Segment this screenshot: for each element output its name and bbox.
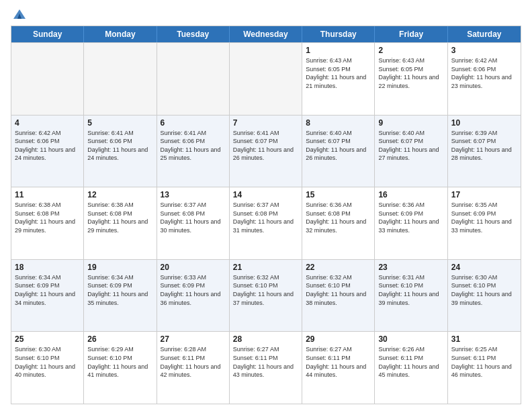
calendar-cell: 28Sunrise: 6:27 AMSunset: 6:11 PMDayligh… (230, 332, 302, 404)
day-info: Sunrise: 6:25 AMSunset: 6:11 PMDaylight:… (451, 345, 517, 379)
logo-icon (12, 7, 27, 21)
day-info: Sunrise: 6:30 AMSunset: 6:10 PMDaylight:… (451, 273, 517, 307)
calendar-cell: 2Sunrise: 6:43 AMSunset: 6:05 PMDaylight… (375, 43, 447, 115)
logo (11, 9, 27, 21)
day-info: Sunrise: 6:32 AMSunset: 6:10 PMDaylight:… (233, 273, 298, 307)
day-info: Sunrise: 6:39 AMSunset: 6:07 PMDaylight:… (451, 129, 517, 163)
calendar-cell (157, 43, 230, 115)
calendar-cell: 1Sunrise: 6:43 AMSunset: 6:05 PMDaylight… (302, 43, 375, 115)
day-info: Sunrise: 6:38 AMSunset: 6:08 PMDaylight:… (15, 201, 80, 234)
day-number: 27 (161, 334, 226, 344)
day-number: 6 (161, 118, 226, 128)
calendar: SundayMondayTuesdayWednesdayThursdayFrid… (11, 26, 521, 404)
header-day: Tuesday (157, 26, 230, 42)
day-info: Sunrise: 6:41 AMSunset: 6:06 PMDaylight:… (161, 129, 226, 163)
day-info: Sunrise: 6:26 AMSunset: 6:11 PMDaylight:… (378, 345, 443, 379)
calendar-cell: 17Sunrise: 6:35 AMSunset: 6:09 PMDayligh… (448, 187, 521, 259)
day-number: 11 (15, 190, 80, 199)
calendar-cell (84, 43, 157, 115)
calendar-cell: 3Sunrise: 6:42 AMSunset: 6:06 PMDaylight… (448, 43, 521, 115)
day-number: 17 (451, 190, 517, 199)
calendar-cell: 11Sunrise: 6:38 AMSunset: 6:08 PMDayligh… (11, 187, 84, 259)
day-info: Sunrise: 6:38 AMSunset: 6:08 PMDaylight:… (87, 201, 152, 234)
calendar-header: SundayMondayTuesdayWednesdayThursdayFrid… (11, 26, 521, 42)
day-number: 3 (451, 46, 517, 55)
header-day: Monday (84, 26, 157, 42)
day-info: Sunrise: 6:30 AMSunset: 6:10 PMDaylight:… (15, 345, 80, 379)
calendar-cell: 27Sunrise: 6:28 AMSunset: 6:11 PMDayligh… (157, 332, 230, 404)
calendar-cell: 22Sunrise: 6:32 AMSunset: 6:10 PMDayligh… (302, 260, 375, 332)
calendar-cell: 24Sunrise: 6:30 AMSunset: 6:10 PMDayligh… (448, 260, 521, 332)
day-info: Sunrise: 6:34 AMSunset: 6:09 PMDaylight:… (15, 273, 80, 307)
calendar-cell: 16Sunrise: 6:36 AMSunset: 6:09 PMDayligh… (375, 187, 447, 259)
calendar-cell: 19Sunrise: 6:34 AMSunset: 6:09 PMDayligh… (84, 260, 157, 332)
day-number: 4 (15, 118, 80, 128)
calendar-cell: 23Sunrise: 6:31 AMSunset: 6:10 PMDayligh… (375, 260, 447, 332)
calendar-row: 4Sunrise: 6:42 AMSunset: 6:06 PMDaylight… (11, 115, 521, 187)
day-info: Sunrise: 6:27 AMSunset: 6:11 PMDaylight:… (233, 345, 298, 379)
day-info: Sunrise: 6:41 AMSunset: 6:07 PMDaylight:… (233, 129, 298, 163)
calendar-cell: 15Sunrise: 6:36 AMSunset: 6:08 PMDayligh… (302, 187, 375, 259)
day-info: Sunrise: 6:33 AMSunset: 6:09 PMDaylight:… (161, 273, 226, 307)
calendar-cell: 13Sunrise: 6:37 AMSunset: 6:08 PMDayligh… (157, 187, 230, 259)
calendar-cell (230, 43, 302, 115)
calendar-cell: 26Sunrise: 6:29 AMSunset: 6:10 PMDayligh… (84, 332, 157, 404)
day-info: Sunrise: 6:32 AMSunset: 6:10 PMDaylight:… (306, 273, 371, 307)
calendar-cell: 10Sunrise: 6:39 AMSunset: 6:07 PMDayligh… (448, 116, 521, 187)
day-number: 26 (87, 334, 152, 344)
day-number: 24 (451, 263, 517, 272)
day-number: 23 (378, 263, 443, 272)
day-info: Sunrise: 6:42 AMSunset: 6:06 PMDaylight:… (451, 56, 517, 90)
calendar-cell: 9Sunrise: 6:40 AMSunset: 6:07 PMDaylight… (375, 116, 447, 187)
calendar-cell: 29Sunrise: 6:27 AMSunset: 6:11 PMDayligh… (302, 332, 375, 404)
header-day: Friday (375, 26, 447, 42)
calendar-cell: 14Sunrise: 6:37 AMSunset: 6:08 PMDayligh… (230, 187, 302, 259)
day-info: Sunrise: 6:41 AMSunset: 6:06 PMDaylight:… (87, 129, 152, 163)
day-number: 19 (87, 263, 152, 272)
calendar-cell: 31Sunrise: 6:25 AMSunset: 6:11 PMDayligh… (448, 332, 521, 404)
day-info: Sunrise: 6:37 AMSunset: 6:08 PMDaylight:… (161, 201, 226, 234)
calendar-cell: 18Sunrise: 6:34 AMSunset: 6:09 PMDayligh… (11, 260, 84, 332)
calendar-cell (11, 43, 84, 115)
day-info: Sunrise: 6:31 AMSunset: 6:10 PMDaylight:… (378, 273, 443, 307)
calendar-cell: 30Sunrise: 6:26 AMSunset: 6:11 PMDayligh… (375, 332, 447, 404)
day-number: 25 (15, 334, 80, 344)
day-info: Sunrise: 6:35 AMSunset: 6:09 PMDaylight:… (451, 201, 517, 234)
day-info: Sunrise: 6:28 AMSunset: 6:11 PMDaylight:… (161, 345, 226, 379)
day-number: 2 (378, 46, 443, 55)
day-info: Sunrise: 6:43 AMSunset: 6:05 PMDaylight:… (306, 56, 371, 90)
calendar-cell: 5Sunrise: 6:41 AMSunset: 6:06 PMDaylight… (84, 116, 157, 187)
header-day: Wednesday (230, 26, 302, 42)
day-info: Sunrise: 6:40 AMSunset: 6:07 PMDaylight:… (306, 129, 371, 163)
top-area (11, 8, 521, 21)
day-number: 13 (161, 190, 226, 199)
day-number: 22 (306, 263, 371, 272)
calendar-row: 11Sunrise: 6:38 AMSunset: 6:08 PMDayligh… (11, 187, 521, 259)
day-number: 7 (233, 118, 298, 128)
day-number: 9 (378, 118, 443, 128)
day-number: 30 (378, 334, 443, 344)
day-number: 12 (87, 190, 152, 199)
day-number: 8 (306, 118, 371, 128)
day-number: 29 (306, 334, 371, 344)
calendar-row: 1Sunrise: 6:43 AMSunset: 6:05 PMDaylight… (11, 42, 521, 115)
calendar-row: 18Sunrise: 6:34 AMSunset: 6:09 PMDayligh… (11, 259, 521, 332)
header-day: Thursday (302, 26, 375, 42)
calendar-cell: 21Sunrise: 6:32 AMSunset: 6:10 PMDayligh… (230, 260, 302, 332)
day-number: 16 (378, 190, 443, 199)
day-info: Sunrise: 6:42 AMSunset: 6:06 PMDaylight:… (15, 129, 80, 163)
header-day: Sunday (11, 26, 84, 42)
day-info: Sunrise: 6:36 AMSunset: 6:08 PMDaylight:… (306, 201, 371, 234)
day-number: 31 (451, 334, 517, 344)
day-info: Sunrise: 6:43 AMSunset: 6:05 PMDaylight:… (378, 56, 443, 90)
calendar-cell: 4Sunrise: 6:42 AMSunset: 6:06 PMDaylight… (11, 116, 84, 187)
page: SundayMondayTuesdayWednesdayThursdayFrid… (0, 0, 532, 411)
calendar-cell: 12Sunrise: 6:38 AMSunset: 6:08 PMDayligh… (84, 187, 157, 259)
day-number: 10 (451, 118, 517, 128)
day-info: Sunrise: 6:40 AMSunset: 6:07 PMDaylight:… (378, 129, 443, 163)
day-info: Sunrise: 6:29 AMSunset: 6:10 PMDaylight:… (87, 345, 152, 379)
day-info: Sunrise: 6:27 AMSunset: 6:11 PMDaylight:… (306, 345, 371, 379)
day-number: 15 (306, 190, 371, 199)
day-info: Sunrise: 6:36 AMSunset: 6:09 PMDaylight:… (378, 201, 443, 234)
day-number: 28 (233, 334, 298, 344)
